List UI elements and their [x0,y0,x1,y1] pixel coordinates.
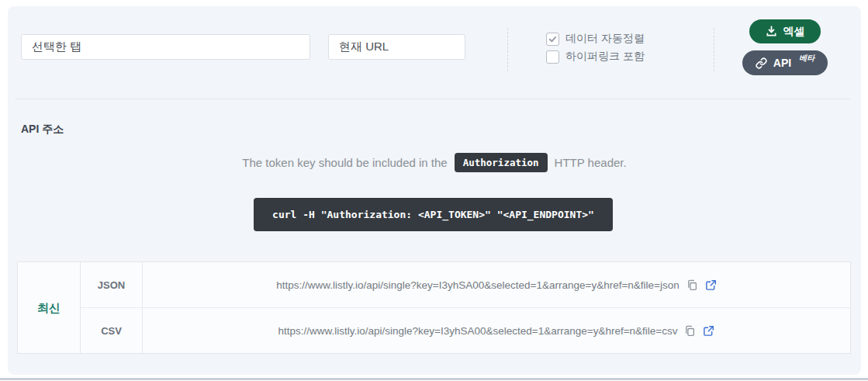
checkbox-unchecked-icon[interactable] [546,50,559,64]
api-address-heading: API 주소 [21,123,64,137]
dashed-separator [507,28,508,71]
checkbox-label: 데이터 자동정렬 [565,32,645,46]
table-format-json: JSON [81,262,143,308]
token-note: The token key should be included in the … [8,153,861,172]
dashed-separator [714,28,714,71]
section-divider [16,99,850,99]
excel-export-button[interactable]: 엑셀 [749,19,821,43]
table-row: https://www.listly.io/api/single?key=I3y… [143,262,850,308]
selected-tab-input[interactable] [21,34,310,60]
checkbox-include-hyperlinks[interactable]: 하이퍼링크 포함 [546,50,645,64]
link-icon [756,57,767,69]
token-note-after: HTTP header. [555,156,627,169]
table-format-csv: CSV [81,308,143,354]
json-api-url: https://www.listly.io/api/single?key=I3y… [276,279,679,291]
checkbox-auto-sort[interactable]: 데이터 자동정렬 [546,32,645,46]
export-panel: 데이터 자동정렬 하이퍼링크 포함 엑셀 API베타 API 주소 [8,6,861,375]
csv-api-url: https://www.listly.io/api/single?key=I3y… [278,325,678,337]
table-group-label: 최신 [18,262,81,354]
download-icon [766,26,777,37]
curl-command-text: curl -H "Authorization: <API_TOKEN>" "<A… [272,209,594,220]
beta-badge: 베타 [799,53,814,64]
export-options: 데이터 자동정렬 하이퍼링크 포함 [546,32,645,64]
authorization-badge: Authorization [455,153,548,172]
bottom-edge-divider [0,378,868,380]
checkbox-checked-icon[interactable] [546,33,559,46]
copy-icon[interactable] [684,325,696,337]
api-button-label: API [773,57,791,69]
api-button[interactable]: API베타 [742,50,828,75]
external-link-icon[interactable] [705,279,717,291]
external-link-icon[interactable] [703,325,714,337]
excel-button-label: 엑셀 [783,25,805,39]
current-url-input[interactable] [328,34,465,60]
checkbox-label: 하이퍼링크 포함 [565,50,645,64]
api-endpoints-table: 최신 JSON https://www.listly.io/api/single… [17,262,851,354]
token-note-before: The token key should be included in the [242,156,447,169]
curl-command-block: curl -H "Authorization: <API_TOKEN>" "<A… [254,198,613,231]
table-row: https://www.listly.io/api/single?key=I3y… [143,308,850,354]
copy-icon[interactable] [686,279,698,291]
